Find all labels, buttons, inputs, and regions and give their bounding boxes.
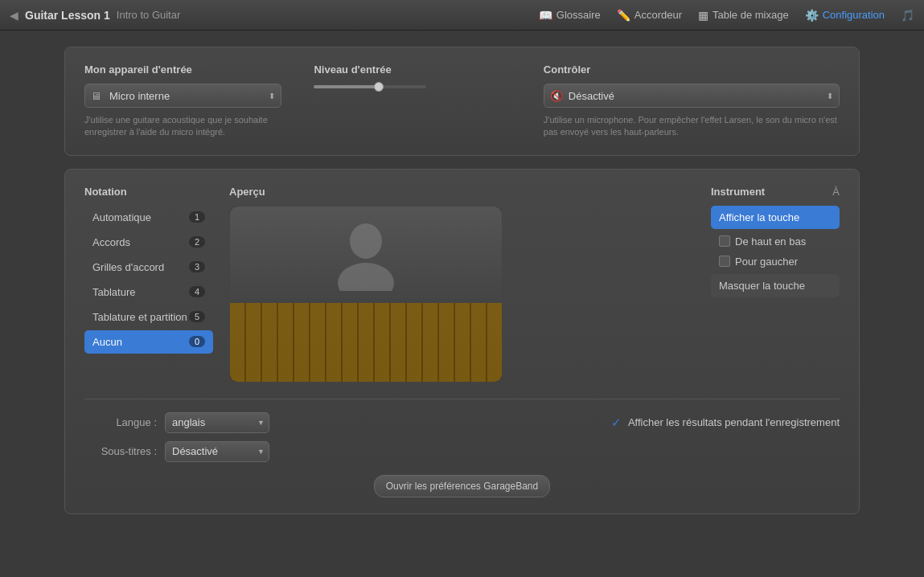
- notation-item-automatique-label: Automatique: [92, 211, 151, 223]
- input-level-slider-track[interactable]: [314, 85, 426, 88]
- pour-gaucher-label: Pour gaucher: [735, 256, 798, 268]
- back-icon: ◀: [10, 9, 18, 22]
- de-haut-en-bas-label: De haut en bas: [735, 235, 806, 248]
- notation-item-grilles-label: Grilles d'accord: [92, 261, 164, 273]
- instrument-title: Instrument: [711, 186, 765, 198]
- music-icon: 🎵: [901, 9, 914, 22]
- controller-label: Contrôler: [544, 63, 840, 76]
- notation-item-grilles[interactable]: Grilles d'accord 3: [84, 256, 213, 279]
- masquer-touche-button[interactable]: Masquer la touche: [711, 274, 840, 297]
- nav-configuration[interactable]: ⚙️ Configuration: [805, 9, 885, 22]
- topbar-left: ◀ Guitar Lesson 1 Intro to Guitar: [10, 9, 539, 22]
- input-level-slider-fill: [314, 85, 376, 88]
- input-level-section: Niveau d'entrée: [314, 63, 511, 88]
- instrument-section: Instrument À Afficher la touche De haut …: [711, 186, 840, 383]
- nav-configuration-label: Configuration: [823, 9, 885, 21]
- preview-title: Aperçu: [229, 186, 695, 198]
- input-device-section: Mon appareil d'entrée 🖥 Micro interne ⬍ …: [84, 63, 281, 139]
- instrument-header: Instrument À: [711, 186, 840, 198]
- nav-table-mixage-label: Table de mixage: [713, 9, 789, 21]
- notation-badge-tablature-partition: 5: [189, 311, 205, 322]
- avatar-placeholder: [334, 219, 398, 291]
- checkmark-icon: ✓: [611, 415, 622, 430]
- sous-titres-label: Sous-titres :: [84, 445, 157, 457]
- lesson-subtitle: Intro to Guitar: [117, 9, 180, 21]
- top-panel: Mon appareil d'entrée 🖥 Micro interne ⬍ …: [64, 47, 860, 156]
- instrument-letter: À: [832, 186, 840, 198]
- notation-section: Notation Automatique 1 Accords 2 Grilles…: [84, 186, 213, 383]
- settings-right: ✓ Afficher les résultats pendant l'enreg…: [611, 412, 840, 430]
- svg-point-0: [350, 223, 382, 259]
- mixer-icon: ▦: [698, 9, 708, 22]
- open-garageband-prefs-button[interactable]: Ouvrir les préférences GarageBand: [374, 475, 550, 497]
- langue-field: Langue : anglais ▼: [84, 412, 269, 433]
- notation-item-accords-label: Accords: [92, 236, 130, 248]
- preview-box: [229, 206, 503, 383]
- notation-item-accords[interactable]: Accords 2: [84, 231, 213, 254]
- input-device-label: Mon appareil d'entrée: [84, 63, 281, 76]
- nav-glossaire[interactable]: 📖 Glossaire: [539, 9, 601, 22]
- main-content: Mon appareil d'entrée 🖥 Micro interne ⬍ …: [0, 31, 924, 530]
- notation-item-automatique[interactable]: Automatique 1: [84, 206, 213, 229]
- preview-top: [230, 207, 502, 303]
- notation-item-tablature-partition[interactable]: Tablature et partition 5: [84, 305, 213, 329]
- controller-section: Contrôler 🔇 Désactivé ⬍ J'utilise un mic…: [544, 63, 840, 139]
- lesson-title: Guitar Lesson 1: [25, 9, 110, 22]
- notation-item-tablature-label: Tablature: [92, 286, 135, 298]
- preview-section: Aperçu: [229, 186, 695, 383]
- de-haut-en-bas-row: De haut en bas: [711, 232, 840, 251]
- input-level-label: Niveau d'entrée: [314, 63, 511, 76]
- notation-badge-grilles: 3: [189, 261, 205, 272]
- controller-description: J'utilise un microphone. Pour empêcher l…: [544, 114, 840, 139]
- bottom-panel-inner: Notation Automatique 1 Accords 2 Grilles…: [84, 186, 840, 383]
- sous-titres-select[interactable]: Désactivé: [165, 441, 269, 462]
- bottom-panel: Notation Automatique 1 Accords 2 Grilles…: [64, 169, 860, 514]
- topbar: ◀ Guitar Lesson 1 Intro to Guitar 📖 Glos…: [0, 0, 924, 31]
- input-level-slider-thumb[interactable]: [374, 82, 384, 92]
- controller-select[interactable]: Désactivé: [544, 84, 840, 108]
- nav-accordeur[interactable]: ✏️ Accordeur: [617, 9, 682, 22]
- notation-item-aucun-label: Aucun: [92, 336, 122, 348]
- afficher-touche-button[interactable]: Afficher la touche: [711, 206, 840, 229]
- pencil-icon: ✏️: [617, 9, 630, 22]
- notation-badge-accords: 2: [189, 236, 205, 248]
- nav-accordeur-label: Accordeur: [634, 9, 682, 21]
- input-device-description: J'utilise une guitare acoustique que je …: [84, 114, 281, 139]
- gear-icon: ⚙️: [805, 9, 819, 22]
- controller-select-wrapper: 🔇 Désactivé ⬍: [544, 84, 840, 108]
- sous-titres-select-wrapper: Désactivé ▼: [165, 441, 269, 462]
- sous-titres-field: Sous-titres : Désactivé ▼: [84, 441, 269, 462]
- langue-select-wrapper: anglais ▼: [165, 412, 269, 433]
- pour-gaucher-checkbox[interactable]: [719, 256, 730, 267]
- notation-item-tablature-partition-label: Tablature et partition: [92, 311, 187, 323]
- nav-music[interactable]: 🎵: [901, 9, 914, 22]
- nav-glossaire-label: Glossaire: [556, 9, 601, 21]
- notation-badge-tablature: 4: [189, 286, 205, 297]
- topbar-right: 📖 Glossaire ✏️ Accordeur ▦ Table de mixa…: [539, 9, 914, 22]
- notation-item-tablature[interactable]: Tablature 4: [84, 280, 213, 304]
- notation-badge-automatique: 1: [189, 211, 205, 223]
- notation-badge-aucun: 0: [189, 336, 205, 347]
- langue-label: Langue :: [84, 416, 157, 428]
- back-button[interactable]: ◀: [10, 9, 18, 22]
- settings-row: Langue : anglais ▼ Sous-titres : Désacti…: [84, 399, 840, 462]
- pour-gaucher-row: Pour gaucher: [711, 252, 840, 271]
- notation-item-aucun[interactable]: Aucun 0: [84, 330, 213, 354]
- langue-select[interactable]: anglais: [165, 412, 269, 433]
- book-icon: 📖: [539, 9, 552, 22]
- notation-title: Notation: [84, 186, 213, 198]
- de-haut-en-bas-checkbox[interactable]: [719, 235, 730, 247]
- input-device-select-wrapper: 🖥 Micro interne ⬍: [84, 84, 281, 108]
- svg-point-1: [338, 263, 394, 291]
- guitar-neck-visual: [230, 303, 502, 382]
- pref-btn-wrapper: Ouvrir les préférences GarageBand: [84, 475, 840, 497]
- settings-left: Langue : anglais ▼ Sous-titres : Désacti…: [84, 412, 269, 462]
- notation-list: Automatique 1 Accords 2 Grilles d'accord…: [84, 206, 213, 354]
- nav-table-mixage[interactable]: ▦ Table de mixage: [698, 9, 789, 22]
- input-device-select[interactable]: Micro interne: [84, 84, 281, 108]
- results-label: Afficher les résultats pendant l'enregis…: [628, 416, 840, 428]
- preview-bottom: [230, 303, 502, 382]
